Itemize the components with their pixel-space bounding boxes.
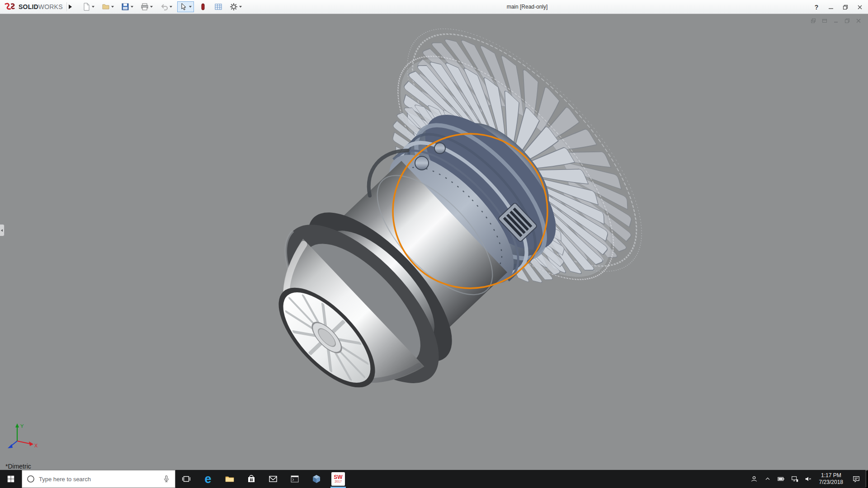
task-view-button[interactable]: [175, 470, 197, 488]
new-dropdown-caret: [92, 6, 94, 8]
cortana-icon: [27, 475, 35, 483]
appearance-button[interactable]: [197, 1, 209, 12]
save-floppy-icon: [121, 3, 129, 11]
microphone-icon[interactable]: [162, 475, 170, 483]
appearance-icon: [199, 3, 207, 11]
select-dropdown-caret: [189, 6, 192, 8]
solidworks-app-icon: SW 2017: [331, 472, 345, 486]
action-center-button[interactable]: [847, 470, 865, 488]
triad-y-label: Y: [20, 423, 24, 429]
taskbar-app-file-explorer[interactable]: [219, 470, 241, 488]
start-button[interactable]: [0, 470, 22, 488]
task-view-icon: [181, 474, 191, 484]
quick-access-toolbar: [80, 1, 244, 12]
minimize-icon: [828, 5, 834, 10]
chevron-up-icon: [764, 475, 771, 483]
open-button[interactable]: [99, 1, 116, 12]
child-restore-button[interactable]: [844, 18, 850, 24]
flyout-arrow-icon: [69, 5, 72, 9]
orientation-triad[interactable]: Y X: [4, 422, 42, 452]
print-button[interactable]: [138, 1, 155, 12]
people-button[interactable]: [747, 470, 761, 488]
system-tray: 1:17 PM 7/23/2018: [747, 470, 868, 488]
child-window-controls: [810, 18, 862, 24]
save-dropdown-caret: [131, 6, 133, 8]
window-controls: ?: [813, 0, 863, 14]
undo-button[interactable]: [158, 1, 175, 12]
battery-button[interactable]: [774, 470, 788, 488]
brand-text-works: WORKS: [38, 3, 63, 10]
options-button[interactable]: [227, 1, 244, 12]
save-button[interactable]: [119, 1, 136, 12]
solidworks-brand: SOLIDWORKS: [0, 2, 66, 11]
cad-viewer-cube-icon: [311, 474, 322, 484]
jet-engine-3d-model[interactable]: [200, 14, 679, 469]
restore-button[interactable]: [842, 4, 849, 11]
search-placeholder-text: Type here to search: [39, 476, 158, 483]
taskbar-app-cad-viewer[interactable]: [306, 470, 327, 488]
command-prompt-icon: [289, 474, 300, 484]
restore-icon: [843, 5, 848, 10]
new-document-button[interactable]: [80, 1, 97, 12]
print-dropdown-caret: [150, 6, 153, 8]
hidden-icons-button[interactable]: [761, 470, 774, 488]
open-dropdown-caret: [111, 6, 114, 8]
print-icon: [141, 3, 149, 11]
graphics-viewport: Y X *Dimetric: [0, 14, 868, 470]
taskbar-app-solidworks-2017[interactable]: SW 2017: [327, 470, 349, 488]
taskbar-app-command-prompt[interactable]: [284, 470, 306, 488]
design-table-icon: [214, 3, 222, 11]
clock-date: 7/23/2018: [819, 479, 843, 486]
taskbar-app-mail[interactable]: [262, 470, 284, 488]
select-tool-button[interactable]: [177, 1, 194, 12]
store-icon: [246, 474, 257, 484]
collapse-arrow-icon: [1, 229, 3, 232]
undo-icon: [160, 3, 168, 11]
minimize-button[interactable]: [827, 4, 835, 11]
windows-logo-icon: [7, 475, 15, 483]
taskbar: Type here to search e: [0, 470, 868, 488]
file-explorer-icon: [224, 474, 235, 484]
child-dock-button[interactable]: [821, 18, 828, 24]
taskbar-search-box[interactable]: Type here to search: [22, 470, 175, 488]
dock-icon: [822, 18, 827, 23]
cascade-icon: [811, 18, 816, 23]
dassault-3ds-logo: [4, 2, 16, 11]
child-minimize-icon: [833, 18, 839, 23]
triad-x-label: X: [34, 443, 38, 448]
brand-text-solid: SOLID: [19, 3, 38, 10]
child-minimize-button[interactable]: [833, 18, 839, 24]
close-button[interactable]: [856, 4, 863, 11]
open-folder-icon: [102, 3, 110, 11]
show-desktop-button[interactable]: [865, 470, 868, 488]
battery-icon: [777, 475, 785, 483]
titlebar: SOLIDWORKS: [0, 0, 868, 14]
volume-button[interactable]: [802, 470, 815, 488]
action-center-icon: [852, 475, 860, 483]
taskbar-app-edge[interactable]: e: [197, 470, 219, 488]
solidworks-icon-letters: SW: [334, 475, 342, 480]
clock[interactable]: 1:17 PM 7/23/2018: [815, 470, 847, 488]
toolbar-expand-arrow[interactable]: [66, 2, 74, 11]
edge-icon: e: [204, 473, 211, 485]
gear-icon: [230, 3, 238, 11]
design-table-button[interactable]: [212, 1, 225, 12]
taskbar-app-store[interactable]: [241, 470, 262, 488]
mail-icon: [268, 474, 278, 484]
solidworks-icon-year: 2017: [335, 480, 342, 483]
network-button[interactable]: [788, 470, 802, 488]
clock-time: 1:17 PM: [821, 472, 841, 479]
document-title: main [Read-only]: [507, 4, 548, 10]
child-restore-icon: [844, 18, 850, 23]
graphics-area[interactable]: [0, 14, 868, 470]
people-icon: [750, 475, 758, 483]
network-icon: [791, 475, 799, 483]
child-cascade-button[interactable]: [810, 18, 816, 24]
close-icon: [857, 5, 863, 10]
feature-panel-collapse-tab[interactable]: [0, 224, 5, 236]
view-orientation-label: *Dimetric: [5, 463, 31, 470]
help-button[interactable]: ?: [813, 4, 820, 11]
volume-muted-icon: [804, 475, 812, 483]
child-close-button[interactable]: [855, 18, 862, 24]
select-cursor-icon: [179, 3, 188, 11]
